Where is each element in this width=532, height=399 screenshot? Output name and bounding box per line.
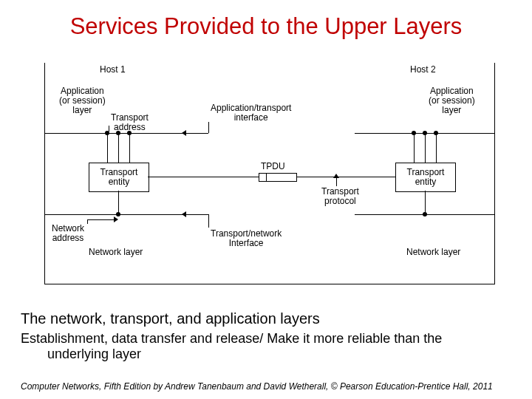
app-layer-right-label: Application (or session) layer <box>429 86 475 116</box>
conn <box>107 133 108 163</box>
transport-entity-right: Transport entity <box>395 163 456 192</box>
slide-title: Services Provided to the Upper Layers <box>0 13 532 40</box>
tpdu-payload-box <box>266 173 297 182</box>
tpdu-label: TPDU <box>261 162 285 171</box>
conn <box>414 133 415 163</box>
conn <box>118 133 119 163</box>
line-app-transport-left <box>44 133 185 134</box>
arrowhead <box>182 211 186 217</box>
transport-protocol-label: Transport protocol <box>321 187 359 206</box>
app-transport-if-label: Application/transport interface <box>211 103 291 123</box>
app-transport-if-arrow-v <box>208 122 209 133</box>
slide-footer: Computer Networks, Fifth Edition by Andr… <box>21 381 511 392</box>
subcaption-line1: Establishment, data transfer and release… <box>21 331 442 346</box>
conn <box>436 133 437 163</box>
tn-if-arrow-v <box>208 214 209 228</box>
layer-diagram: Host 1 Host 2 Application (or session) l… <box>44 63 495 284</box>
host2-label: Host 2 <box>410 65 436 75</box>
transport-entity-left: Transport entity <box>89 163 149 192</box>
conn <box>118 191 119 214</box>
transport-protocol-arrow <box>336 177 337 186</box>
network-address-arrow-h <box>87 219 114 220</box>
dot <box>412 131 416 135</box>
transport-address-arrow <box>109 126 109 132</box>
dot <box>423 212 427 216</box>
network-address-arrow-v <box>87 219 88 224</box>
caption: The network, transport, and application … <box>21 310 511 327</box>
arrowhead <box>333 174 339 178</box>
app-layer-left-label: Application (or session) layer <box>59 86 106 116</box>
network-layer-left-label: Network layer <box>89 248 143 257</box>
conn <box>129 133 130 163</box>
arrowhead <box>182 130 186 136</box>
app-transport-if-arrow-h <box>186 133 208 134</box>
host1-label: Host 1 <box>100 65 126 75</box>
transport-address-label: Transport address <box>111 113 149 132</box>
subcaption-line2: underlying layer <box>21 347 511 362</box>
network-address-label: Network address <box>52 224 84 243</box>
line-transport-network-left <box>44 214 185 215</box>
tn-if-arrow-h <box>186 214 208 215</box>
conn <box>425 133 426 163</box>
subcaption: Establishment, data transfer and release… <box>21 331 511 362</box>
conn <box>425 191 426 214</box>
network-layer-right-label: Network layer <box>406 248 460 257</box>
dot <box>434 131 438 135</box>
dot <box>423 131 427 135</box>
transport-network-if-label: Transport/network Interface <box>211 229 282 248</box>
arrowhead <box>114 216 118 222</box>
